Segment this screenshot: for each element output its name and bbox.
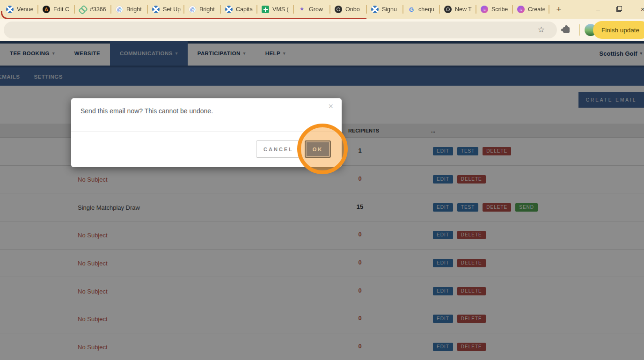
new-tab-button[interactable]: + <box>553 4 564 15</box>
saltire-favicon-icon <box>371 6 379 13</box>
browser-toolbar: ☆ Finish update <box>0 19 644 41</box>
browser-tab[interactable]: Signu <box>367 0 403 19</box>
restore-window-button[interactable] <box>615 6 623 13</box>
tab-label: chequ <box>418 6 439 13</box>
minimize-window-button[interactable]: – <box>594 6 602 13</box>
browser-tab[interactable]: Scribe <box>476 0 513 19</box>
scribe-favicon-icon <box>517 6 525 13</box>
dialog-divider <box>71 132 342 132</box>
modal-backdrop <box>0 41 644 360</box>
click-highlight-circle <box>297 124 348 174</box>
cancel-button[interactable]: CANCEL <box>256 140 301 158</box>
restore-icon <box>616 6 622 12</box>
address-bar[interactable]: ☆ <box>4 22 557 38</box>
browser-tab-strip: Venue Edit C #3366 Bright Set Up Bright … <box>0 0 644 19</box>
tab-label: New T <box>455 6 476 13</box>
browser-tab[interactable]: Create <box>513 0 549 19</box>
close-icon[interactable]: × <box>328 102 333 110</box>
bookmark-star-icon[interactable]: ☆ <box>538 25 545 35</box>
tab-label: Scribe <box>491 6 512 13</box>
extensions-puzzle-icon[interactable] <box>563 27 570 33</box>
browser-tab[interactable]: New T <box>440 0 476 19</box>
scribe-favicon-icon <box>481 6 488 13</box>
browser-tab[interactable]: chequ <box>403 0 440 19</box>
tab-label: Create <box>528 6 549 13</box>
google-favicon-icon <box>408 6 415 13</box>
toolbar-divider <box>579 24 580 36</box>
globe-favicon-icon <box>444 6 452 13</box>
close-window-button[interactable]: × <box>639 6 644 13</box>
capture-highlight-border <box>1 11 366 19</box>
dialog-message: Send this email now? This cannot be undo… <box>80 107 213 115</box>
finish-update-button[interactable]: Finish update <box>593 21 644 39</box>
tab-label: Signu <box>382 6 402 13</box>
window-controls: – × <box>594 0 644 19</box>
